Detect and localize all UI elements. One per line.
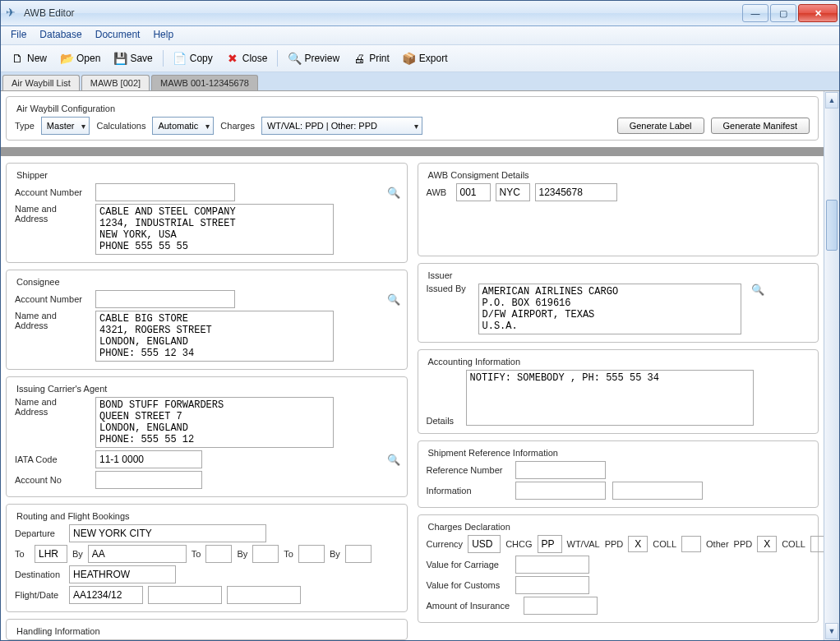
scroll-up-button[interactable]: ▲ <box>825 92 838 108</box>
to2-label: To <box>192 549 201 559</box>
by2-input[interactable] <box>252 545 279 563</box>
close-button[interactable]: ✖Close <box>221 50 273 67</box>
issuer-title: Issuer <box>427 269 810 280</box>
menu-file[interactable]: File <box>4 26 33 44</box>
agent-address-input[interactable]: BOND STUFF FORWARDERS QUEEN STREET 7 LON… <box>95 397 334 448</box>
calc-select[interactable]: Automatic <box>152 117 214 135</box>
ref-info1-input[interactable] <box>515 482 606 500</box>
by2-label: By <box>237 549 247 559</box>
customs-input[interactable] <box>515 576 589 594</box>
open-icon: 📂 <box>60 52 73 65</box>
consignee-account-label: Account Number <box>15 294 89 304</box>
accounting-details-input[interactable]: NOTIFY: SOMEBODY , PH: 555 55 34 <box>466 370 754 426</box>
minimize-button[interactable]: — <box>742 4 768 22</box>
agent-account-input[interactable] <box>95 471 202 489</box>
currency-input[interactable] <box>468 535 501 553</box>
shipper-address-input[interactable]: CABLE AND STEEL COMPANY 1234, INDUSTRIAL… <box>95 204 334 255</box>
close-icon: ✖ <box>226 52 239 65</box>
to2-input[interactable] <box>205 545 232 563</box>
shipper-name-label: Name and Address <box>15 204 89 224</box>
scroll-track[interactable] <box>824 109 839 622</box>
shipper-account-input[interactable] <box>95 183 235 201</box>
menu-database[interactable]: Database <box>33 26 88 44</box>
shipper-title: Shipper <box>15 168 399 180</box>
awb-number-input[interactable] <box>535 183 617 201</box>
vertical-scrollbar[interactable]: ▲ ▼ <box>824 91 839 640</box>
preview-button[interactable]: 🔍Preview <box>283 50 344 67</box>
carriage-input[interactable] <box>515 556 589 574</box>
maximize-button[interactable]: ▢ <box>770 4 796 22</box>
ppd1-label: PPD <box>605 539 624 549</box>
insurance-input[interactable] <box>524 597 598 615</box>
destination-input[interactable] <box>69 565 176 583</box>
awb-label: AWB <box>427 187 451 197</box>
generate-label-button[interactable]: Generate Label <box>617 118 704 134</box>
charges-select[interactable]: WT/VAL: PPD | Other: PPD <box>261 117 422 135</box>
other-ppd-box[interactable]: X <box>757 536 777 552</box>
app-window: ✈ AWB Editor — ▢ ✕ File Database Documen… <box>0 0 840 641</box>
other-coll-box[interactable] <box>810 536 824 552</box>
wtval-coll-box[interactable] <box>681 536 701 552</box>
lookup-icon[interactable]: 🔍 <box>387 187 399 198</box>
ppd2-label: PPD <box>734 539 753 549</box>
coll1-label: COLL <box>653 539 676 549</box>
handling-panel: Handling Information <box>6 619 408 640</box>
calc-label: Calculations <box>96 121 145 131</box>
tab-mawb-full[interactable]: MAWB 001-12345678 <box>151 75 258 90</box>
export-icon: 📦 <box>403 52 416 65</box>
tabstrip: Air Waybill List MAWB [002] MAWB 001-123… <box>1 72 839 91</box>
copy-button[interactable]: 📄Copy <box>168 50 218 67</box>
new-icon: 🗋 <box>11 52 24 65</box>
wtval-label: WT/VAL <box>567 539 600 549</box>
consignee-panel: Consignee Account Number 🔍 Name and Addr… <box>6 270 408 370</box>
iata-label: IATA Code <box>15 454 89 464</box>
menu-help[interactable]: Help <box>146 26 180 44</box>
ref-number-input[interactable] <box>515 461 606 479</box>
print-button[interactable]: 🖨Print <box>348 50 395 67</box>
right-column: AWB Consigment Details AWB Issuer Issued… <box>418 163 819 640</box>
to3-input[interactable] <box>298 545 325 563</box>
menu-document[interactable]: Document <box>89 26 147 44</box>
iata-input[interactable] <box>95 450 202 468</box>
lookup-icon[interactable]: 🔍 <box>387 454 399 465</box>
agent-name-label: Name and Address <box>15 397 89 417</box>
to1-input[interactable] <box>35 545 67 563</box>
open-button[interactable]: 📂Open <box>55 50 105 67</box>
destination-label: Destination <box>15 570 64 579</box>
scroll-thumb[interactable] <box>826 200 838 251</box>
issuer-panel: Issuer Issued By AMERICAN AIRLINES CARGO… <box>418 263 819 343</box>
app-icon: ✈ <box>6 7 19 20</box>
flight1-input[interactable] <box>69 586 143 604</box>
issuer-address-input[interactable]: AMERICAN AIRLINES CARGO P.O. BOX 619616 … <box>478 284 741 334</box>
customs-label: Value for Customs <box>427 580 509 590</box>
tab-mawb-short[interactable]: MAWB [002] <box>81 75 150 90</box>
generate-manifest-button[interactable]: Generate Manifest <box>711 118 810 134</box>
shipment-ref-title: Shipment Reference Information <box>427 446 810 458</box>
chcg-label: CHCG <box>505 539 532 549</box>
save-button[interactable]: 💾Save <box>108 50 157 67</box>
charges-title: Charges Declaration <box>427 520 810 532</box>
consignee-address-input[interactable]: CABLE BIG STORE 4321, ROGERS STREET LOND… <box>95 311 334 362</box>
export-button[interactable]: 📦Export <box>398 50 453 67</box>
lookup-icon[interactable]: 🔍 <box>387 293 399 305</box>
departure-input[interactable] <box>69 524 266 542</box>
awb-prefix-input[interactable] <box>456 183 491 201</box>
scroll-down-button[interactable]: ▼ <box>825 623 838 639</box>
charges-panel: Charges Declaration Currency CHCG WT/VAL… <box>418 514 819 623</box>
chcg-input[interactable] <box>538 535 562 553</box>
close-window-button[interactable]: ✕ <box>798 4 838 22</box>
tab-air-waybill-list[interactable]: Air Waybill List <box>2 75 80 90</box>
new-button[interactable]: 🗋New <box>6 50 52 67</box>
consignee-name-label: Name and Address <box>15 311 89 330</box>
ref-info2-input[interactable] <box>612 482 703 500</box>
type-select[interactable]: Master <box>41 117 90 135</box>
lookup-icon[interactable]: 🔍 <box>751 284 763 295</box>
flight3-input[interactable] <box>227 586 301 604</box>
wtval-ppd-box[interactable]: X <box>628 536 648 552</box>
by1-input[interactable] <box>88 545 187 563</box>
other-label: Other <box>706 539 729 549</box>
consignee-account-input[interactable] <box>95 290 235 308</box>
flight2-input[interactable] <box>148 586 222 604</box>
by3-input[interactable] <box>345 545 372 563</box>
awb-origin-input[interactable] <box>496 183 530 201</box>
